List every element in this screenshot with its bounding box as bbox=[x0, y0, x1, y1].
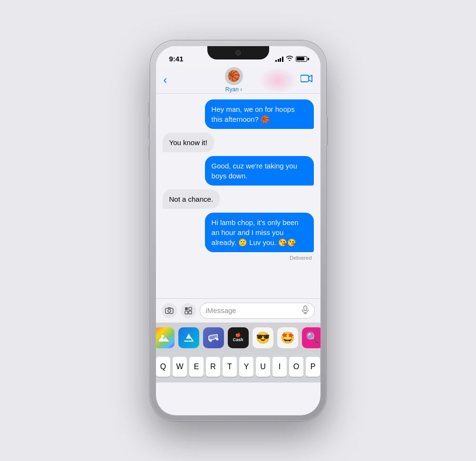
key-Y[interactable]: Y bbox=[239, 357, 253, 377]
app-tray: 🍎Cash 😎 🤩 🔍 bbox=[156, 323, 321, 353]
messages-area: Hey man, we on for hoops this afternoon?… bbox=[156, 94, 321, 298]
key-T[interactable]: T bbox=[223, 357, 237, 377]
tray-memoji1-button[interactable]: 😎 bbox=[253, 327, 273, 348]
messages-list: Hey man, we on for hoops this afternoon?… bbox=[163, 99, 314, 261]
back-button[interactable]: ‹ bbox=[164, 74, 167, 86]
key-P[interactable]: P bbox=[306, 357, 320, 377]
input-area: iMessage bbox=[156, 298, 321, 323]
mic-icon bbox=[302, 305, 309, 315]
svg-point-9 bbox=[209, 339, 212, 342]
message-row-2: You know it! bbox=[163, 133, 314, 152]
svg-point-7 bbox=[158, 332, 170, 343]
svg-point-10 bbox=[216, 338, 218, 340]
keyboard-row-1: Q W E R T Y U I O P bbox=[158, 357, 319, 377]
svg-point-2 bbox=[168, 310, 171, 313]
delivered-label: Delivered bbox=[163, 255, 314, 261]
camera-button[interactable] bbox=[162, 303, 177, 318]
message-row-5: Hi lamb chop, it's only been an hour and… bbox=[163, 213, 314, 252]
key-U[interactable]: U bbox=[256, 357, 270, 377]
svg-rect-1 bbox=[165, 308, 173, 314]
status-time: 9:41 bbox=[169, 55, 184, 63]
camera-cutout bbox=[235, 50, 241, 56]
battery-icon bbox=[296, 56, 307, 62]
contact-info[interactable]: 🏀 Ryan › bbox=[225, 67, 243, 93]
svg-rect-0 bbox=[301, 75, 309, 82]
phone-frame: 9:41 bbox=[150, 40, 326, 421]
message-row-3: Good, cuz we're taking you boys down. bbox=[163, 156, 314, 186]
keyboard: Q W E R T Y U I O P bbox=[156, 353, 321, 383]
wifi-icon bbox=[286, 55, 293, 62]
message-row-4: Not a chance. bbox=[163, 189, 314, 209]
svg-rect-3 bbox=[168, 307, 171, 309]
message-bubble-sent-1: Hey man, we on for hoops this afternoon?… bbox=[205, 99, 314, 129]
contact-avatar: 🏀 bbox=[225, 67, 243, 85]
signal-icon bbox=[275, 56, 283, 62]
phone-screen: 9:41 bbox=[156, 46, 321, 415]
key-I[interactable]: I bbox=[272, 357, 287, 377]
message-bubble-received-1: You know it! bbox=[163, 133, 214, 152]
nav-bar: ‹ 🏀 Ryan › bbox=[156, 67, 321, 94]
key-O[interactable]: O bbox=[289, 357, 303, 377]
svg-rect-4 bbox=[304, 306, 307, 311]
key-R[interactable]: R bbox=[206, 357, 220, 377]
tray-globe-button[interactable]: 🔍 bbox=[302, 327, 321, 348]
notch bbox=[207, 46, 269, 59]
key-E[interactable]: E bbox=[189, 357, 204, 377]
message-bubble-sent-2: Good, cuz we're taking you boys down. bbox=[205, 156, 314, 186]
tray-memoji2-button[interactable]: 🤩 bbox=[277, 327, 298, 348]
message-placeholder: iMessage bbox=[206, 306, 236, 314]
apps-button[interactable] bbox=[181, 303, 196, 318]
message-bubble-received-2: Not a chance. bbox=[163, 189, 220, 209]
message-bubble-sent-3: Hi lamb chop, it's only been an hour and… bbox=[205, 213, 314, 252]
status-icons bbox=[275, 55, 307, 62]
message-row-1: Hey man, we on for hoops this afternoon?… bbox=[163, 99, 314, 129]
video-call-button[interactable] bbox=[301, 74, 313, 86]
key-Q[interactable]: Q bbox=[156, 357, 170, 377]
key-W[interactable]: W bbox=[173, 357, 187, 377]
tray-cash-button[interactable]: 🍎Cash bbox=[228, 327, 249, 348]
contact-name: Ryan › bbox=[225, 86, 242, 93]
tray-appstore-button[interactable] bbox=[178, 327, 199, 348]
tray-audio-button[interactable] bbox=[203, 327, 224, 348]
tray-photos-button[interactable] bbox=[156, 327, 175, 348]
message-input[interactable]: iMessage bbox=[200, 303, 315, 319]
